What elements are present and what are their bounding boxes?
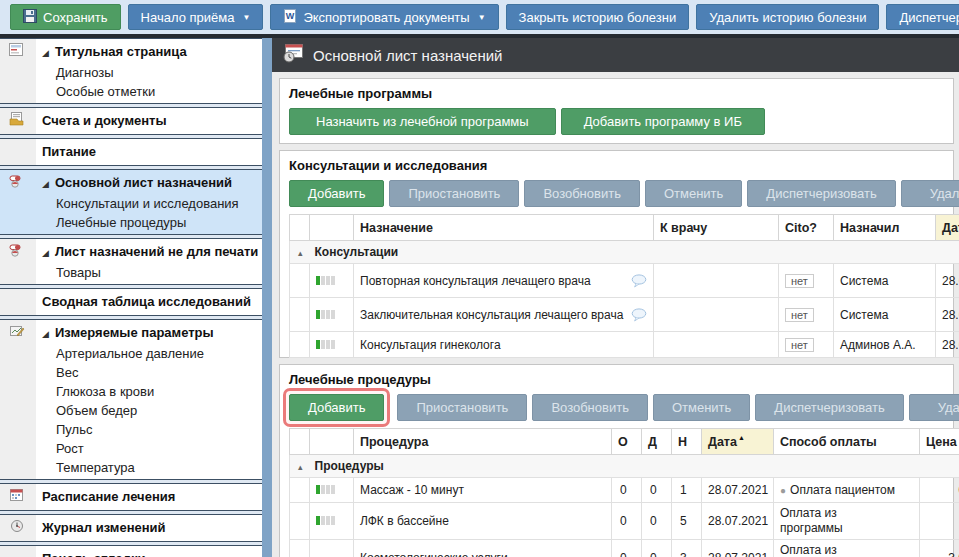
nav-group-treatment-schedule: Расписание лечения — [0, 483, 262, 511]
cito-badge: нет — [785, 338, 814, 352]
expander-icon[interactable]: ◢ — [42, 42, 55, 64]
consultations-pause-button[interactable]: Приостановить — [389, 180, 519, 207]
sidebar-item-debug-panel[interactable]: Панель отладки — [0, 548, 262, 557]
table-row[interactable]: ЛФК в бассейне 0 0 5 28.07.2021 Оплата и… — [290, 503, 959, 540]
sidebar-item-measured-params[interactable]: ◢Измеряемые параметры — [0, 322, 262, 344]
sidebar-item-main-orders[interactable]: ◢Основной лист назначений — [0, 172, 262, 194]
cito-badge: нет — [785, 274, 814, 288]
procedures-panel: Лечебные процедуры Добавить Приостановит… — [279, 364, 954, 557]
sidebar-item-pulse[interactable]: Пульс — [0, 420, 262, 439]
col-name[interactable]: Назначение — [354, 215, 654, 241]
save-button[interactable]: Сохранить — [10, 4, 121, 30]
procedures-dispatch-button[interactable]: Диспетчеризовать — [755, 394, 903, 421]
col-procedure[interactable]: Процедура — [354, 429, 612, 455]
consultations-table: Назначение К врачу Cito? Назначил Дата ▴… — [289, 214, 959, 358]
main-content: Основной лист назначений Лечебные програ… — [272, 38, 959, 557]
sort-asc-icon: ▲ — [738, 434, 745, 441]
sidebar-item-blood-pressure[interactable]: Артериальное давление — [0, 344, 262, 363]
nav-group-title-page: ◢Титульная страница Диагнозы Особые отме… — [0, 38, 262, 104]
comment-icon[interactable] — [631, 274, 647, 288]
nav-group-main-orders: ◢Основной лист назначений Консультации и… — [0, 169, 262, 235]
sidebar-item-consultations[interactable]: Консультации и исследования — [0, 194, 262, 213]
col-n[interactable]: Н — [672, 429, 702, 455]
dispatch-all-button[interactable]: Диспетчеризовать все — [886, 4, 959, 30]
assign-from-program-button[interactable]: Назначить из лечебной программы — [289, 108, 556, 135]
sidebar-item-goods[interactable]: Товары — [0, 263, 262, 282]
group-collapse-icon[interactable]: ▴ — [298, 462, 303, 472]
expander-icon[interactable]: ◢ — [42, 323, 55, 345]
table-row[interactable]: Повторная консультация лечащего врача не… — [290, 264, 959, 298]
application-window: Сохранить Начало приёма ▼ W Экспортирова… — [0, 0, 959, 557]
word-icon: W — [283, 9, 297, 26]
sidebar-item-weight[interactable]: Вес — [0, 363, 262, 382]
procedures-resume-button[interactable]: Возобновить — [532, 394, 648, 421]
export-documents-label: Экспортировать документы — [303, 10, 469, 25]
sidebar-item-procedures[interactable]: Лечебные процедуры — [0, 213, 262, 232]
sidebar-item-height[interactable]: Рост — [0, 439, 262, 458]
delete-history-label: Удалить историю болезни — [709, 10, 866, 25]
table-row[interactable]: Косметологические услуги 0 0 3 28.07.202… — [290, 540, 959, 557]
payment-bullet-icon: ● — [780, 485, 786, 496]
col-price[interactable]: Цена — [920, 429, 959, 455]
save-icon — [23, 9, 37, 26]
col-date-sorted[interactable]: Дата▲ — [702, 429, 774, 455]
procedures-pause-button[interactable]: Приостановить — [397, 394, 527, 421]
sidebar-item-research-summary[interactable]: Сводная таблица исследований — [0, 291, 262, 313]
procedures-delete-button[interactable]: Удалить — [909, 394, 959, 421]
col-payment[interactable]: Способ оплаты — [774, 429, 920, 455]
sidebar-item-special-marks[interactable]: Особые отметки — [0, 82, 262, 101]
table-row[interactable]: Консультация гинеколога нет Админов А.А.… — [290, 332, 959, 358]
close-history-button[interactable]: Закрыть историю болезни — [506, 4, 690, 30]
expander-icon[interactable]: ◢ — [42, 242, 55, 264]
consultations-delete-button[interactable]: Удалить — [901, 180, 959, 207]
export-documents-button[interactable]: W Экспортировать документы ▼ — [270, 4, 498, 30]
treatment-programs-panel: Лечебные программы Назначить из лечебной… — [279, 78, 954, 144]
sidebar-item-temperature[interactable]: Температура — [0, 458, 262, 477]
top-toolbar: Сохранить Начало приёма ▼ W Экспортирова… — [0, 0, 959, 34]
table-row[interactable]: Заключительная консультация лечащего вра… — [290, 298, 959, 332]
sidebar-item-blood-glucose[interactable]: Глюкоза в крови — [0, 382, 262, 401]
reception-start-button[interactable]: Начало приёма ▼ — [128, 4, 264, 30]
sidebar-item-unprinted-orders[interactable]: ◢Лист назначений не для печати — [0, 241, 262, 263]
close-history-label: Закрыть историю болезни — [519, 10, 677, 25]
sidebar-splitter[interactable] — [262, 38, 272, 557]
sidebar-item-nutrition[interactable]: Питание — [0, 141, 262, 163]
comment-icon[interactable] — [631, 308, 647, 322]
add-program-button[interactable]: Добавить программу в ИБ — [561, 108, 765, 135]
consultations-resume-button[interactable]: Возобновить — [524, 180, 640, 207]
consultations-group-row[interactable]: ▴Консультации — [290, 241, 959, 264]
procedures-group-row[interactable]: ▴Процедуры — [290, 455, 959, 478]
sidebar-item-title-page[interactable]: ◢Титульная страница — [0, 41, 262, 63]
nav-group-change-log: Журнал изменений — [0, 514, 262, 542]
nav-group-bills: Счета и документы — [0, 107, 262, 135]
consultations-dispatch-button[interactable]: Диспетчеризовать — [747, 180, 895, 207]
procedures-title: Лечебные процедуры — [289, 372, 944, 387]
procedures-add-button[interactable]: Добавить — [289, 394, 384, 421]
delete-history-button[interactable]: Удалить историю болезни — [696, 4, 879, 30]
highlight-annotation: Добавить — [283, 388, 390, 427]
cito-badge: нет — [785, 308, 814, 322]
consultations-panel: Консультации и исследования Добавить При… — [279, 150, 954, 358]
consultations-header-row: Назначение К врачу Cito? Назначил Дата — [290, 215, 959, 241]
table-row[interactable]: Массаж - 10 минут 0 0 1 28.07.2021 ●Опла… — [290, 478, 959, 503]
sidebar-item-treatment-schedule[interactable]: Расписание лечения — [0, 486, 262, 508]
nav-group-research-summary: Сводная таблица исследований — [0, 288, 262, 316]
consultations-add-button[interactable]: Добавить — [289, 180, 384, 207]
col-o[interactable]: О — [612, 429, 642, 455]
save-button-label: Сохранить — [43, 10, 108, 25]
col-cito[interactable]: Cito? — [779, 215, 834, 241]
col-assigned-by[interactable]: Назначил — [834, 215, 936, 241]
procedures-cancel-button[interactable]: Отменить — [653, 394, 750, 421]
nav-group-measured-params: ◢Измеряемые параметры Артериальное давле… — [0, 319, 262, 480]
col-date[interactable]: Дата — [936, 215, 959, 241]
sidebar-item-bills-documents[interactable]: Счета и документы — [0, 110, 262, 132]
expander-icon[interactable]: ◢ — [42, 173, 55, 195]
sidebar-item-change-log[interactable]: Журнал изменений — [0, 517, 262, 539]
treatment-programs-title: Лечебные программы — [289, 86, 944, 101]
group-collapse-icon[interactable]: ▴ — [298, 248, 303, 258]
col-d[interactable]: Д — [642, 429, 672, 455]
col-doctor[interactable]: К врачу — [654, 215, 779, 241]
sidebar-item-diagnoses[interactable]: Диагнозы — [0, 63, 262, 82]
consultations-cancel-button[interactable]: Отменить — [645, 180, 742, 207]
sidebar-item-hip-size[interactable]: Объем бедер — [0, 401, 262, 420]
